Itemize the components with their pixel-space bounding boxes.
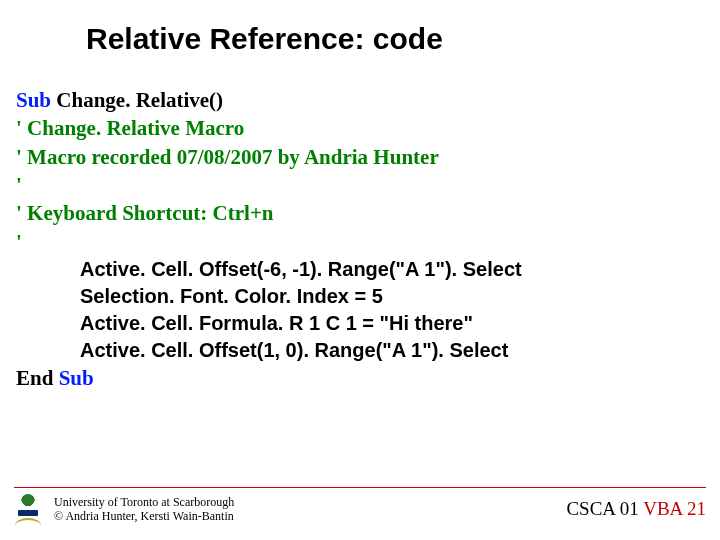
comment-line: ' Change. Relative Macro <box>16 114 704 142</box>
code-line: Active. Cell. Offset(-6, -1). Range("A 1… <box>16 256 704 283</box>
copyright-line: © Andria Hunter, Kersti Wain-Bantin <box>54 509 234 523</box>
sub-declaration-line: Sub Change. Relative() <box>16 86 704 114</box>
university-name: University of Toronto at Scarborough <box>54 495 234 509</box>
footer-credits: University of Toronto at Scarborough © A… <box>54 495 234 524</box>
sub-name: Change. Relative() <box>51 88 223 112</box>
comment-line: ' <box>16 171 704 199</box>
footer-left: University of Toronto at Scarborough © A… <box>14 492 234 526</box>
course-code: CSCA 01 <box>566 498 643 519</box>
code-line: Active. Cell. Formula. R 1 C 1 = "Hi the… <box>16 310 704 337</box>
university-logo-icon <box>14 492 42 526</box>
keyword-sub: Sub <box>16 88 51 112</box>
code-block: Sub Change. Relative() ' Change. Relativ… <box>0 86 720 392</box>
footer-right: CSCA 01 VBA 21 <box>566 498 706 520</box>
course-tag: VBA <box>643 498 682 519</box>
page-number: 21 <box>682 498 706 519</box>
comment-line: ' Keyboard Shortcut: Ctrl+n <box>16 199 704 227</box>
comment-line: ' <box>16 228 704 256</box>
keyword-sub: Sub <box>59 366 94 390</box>
keyword-end: End <box>16 366 59 390</box>
code-line: Selection. Font. Color. Index = 5 <box>16 283 704 310</box>
slide-title: Relative Reference: code <box>0 0 720 86</box>
code-line: Active. Cell. Offset(1, 0). Range("A 1")… <box>16 337 704 364</box>
end-sub-line: End Sub <box>16 364 704 392</box>
slide-footer: University of Toronto at Scarborough © A… <box>14 487 706 526</box>
comment-line: ' Macro recorded 07/08/2007 by Andria Hu… <box>16 143 704 171</box>
